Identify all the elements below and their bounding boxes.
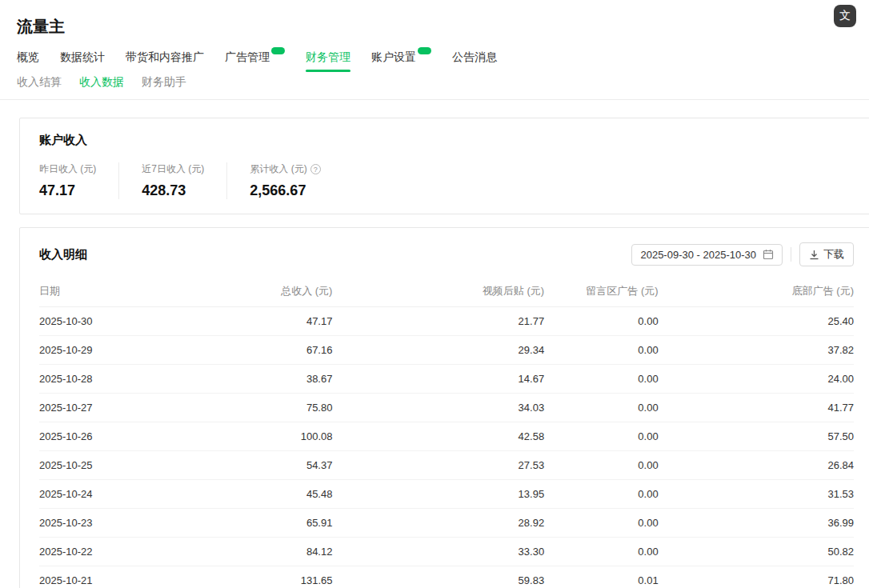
value-cell: 25.40 xyxy=(659,307,854,336)
value-cell: 0.00 xyxy=(544,509,659,538)
value-cell: 21.77 xyxy=(332,307,544,336)
promo-badge xyxy=(418,47,431,54)
subtab-income-settlement[interactable]: 收入结算 xyxy=(17,75,62,90)
download-button[interactable]: 下载 xyxy=(799,242,854,266)
value-cell: 47.17 xyxy=(178,307,332,336)
value-cell: 0.01 xyxy=(544,566,659,588)
date-range-picker[interactable]: 2025-09-30 - 2025-10-30 xyxy=(631,244,783,266)
income-detail-card: 收入明细 2025-09-30 - 2025-10-30 下载 xyxy=(19,227,869,588)
date-cell: 2025-10-21 xyxy=(39,566,178,588)
value-cell: 37.82 xyxy=(659,336,854,365)
date-cell: 2025-10-22 xyxy=(39,538,178,566)
date-cell: 2025-10-29 xyxy=(39,336,178,365)
table-row: 2025-10-21131.6559.830.0171.80 xyxy=(39,566,854,588)
stat-block: 累计收入 (元)?2,566.67 xyxy=(226,162,342,199)
value-cell: 75.80 xyxy=(178,394,332,422)
tab-ad-management[interactable]: 广告管理 xyxy=(225,50,285,72)
tab-finance-management[interactable]: 财务管理 xyxy=(306,50,350,72)
value-cell: 0.00 xyxy=(544,451,659,480)
column-header: 视频后贴 (元) xyxy=(332,276,544,307)
value-cell: 71.80 xyxy=(659,566,854,588)
value-cell: 67.16 xyxy=(178,336,332,365)
tab-commerce-content-promo[interactable]: 带货和内容推广 xyxy=(126,50,204,72)
value-cell: 131.65 xyxy=(178,566,332,588)
tab-label: 概览 xyxy=(17,50,39,65)
table-row: 2025-10-2838.6714.670.0024.00 xyxy=(39,365,854,394)
tab-label: 公告消息 xyxy=(452,50,497,65)
value-cell: 0.00 xyxy=(544,307,659,336)
value-cell: 26.84 xyxy=(659,451,854,480)
tab-label: 数据统计 xyxy=(60,50,105,65)
page-title: 流量主 xyxy=(17,16,869,38)
value-cell: 38.67 xyxy=(178,365,332,394)
stat-value: 428.73 xyxy=(142,182,204,199)
value-cell: 100.08 xyxy=(178,422,332,451)
value-cell: 27.53 xyxy=(332,451,544,480)
table-row: 2025-10-2284.1233.300.0050.82 xyxy=(39,538,854,566)
value-cell: 65.91 xyxy=(178,509,332,538)
table-row: 2025-10-2775.8034.030.0041.77 xyxy=(39,394,854,422)
stat-label: 近7日收入 (元) xyxy=(142,162,204,176)
table-row: 2025-10-2445.4813.950.0031.53 xyxy=(39,480,854,509)
value-cell: 45.48 xyxy=(178,480,332,509)
download-label: 下载 xyxy=(823,247,844,262)
primary-nav: 概览数据统计带货和内容推广广告管理财务管理账户设置公告消息 xyxy=(0,38,869,72)
stat-label: 昨日收入 (元) xyxy=(39,162,96,176)
value-cell: 57.50 xyxy=(659,422,854,451)
date-cell: 2025-10-25 xyxy=(39,451,178,480)
table-row: 2025-10-2365.9128.920.0036.99 xyxy=(39,509,854,538)
stat-value: 47.17 xyxy=(39,182,96,199)
tab-account-settings[interactable]: 账户设置 xyxy=(371,50,431,72)
column-header: 底部广告 (元) xyxy=(659,276,854,307)
table-row: 2025-10-3047.1721.770.0025.40 xyxy=(39,307,854,336)
page-header: 流量主 文 xyxy=(0,0,869,38)
date-cell: 2025-10-28 xyxy=(39,365,178,394)
stat-block: 昨日收入 (元)47.17 xyxy=(39,162,118,199)
tab-data-stats[interactable]: 数据统计 xyxy=(60,50,105,72)
date-cell: 2025-10-23 xyxy=(39,509,178,538)
date-cell: 2025-10-30 xyxy=(39,307,178,336)
table-row: 2025-10-2554.3727.530.0026.84 xyxy=(39,451,854,480)
promo-badge xyxy=(271,47,285,54)
stat-block: 近7日收入 (元)428.73 xyxy=(118,162,226,199)
column-header: 总收入 (元) xyxy=(178,276,332,307)
value-cell: 41.77 xyxy=(659,394,854,422)
date-cell: 2025-10-26 xyxy=(39,422,178,451)
value-cell: 33.30 xyxy=(332,538,544,566)
tab-announcements[interactable]: 公告消息 xyxy=(452,50,497,72)
date-cell: 2025-10-24 xyxy=(39,480,178,509)
account-income-card: 账户收入 昨日收入 (元)47.17近7日收入 (元)428.73累计收入 (元… xyxy=(19,118,869,214)
income-stats: 昨日收入 (元)47.17近7日收入 (元)428.73累计收入 (元)?2,5… xyxy=(39,162,854,199)
value-cell: 42.58 xyxy=(332,422,544,451)
value-cell: 13.95 xyxy=(332,480,544,509)
calendar-icon xyxy=(763,249,774,260)
tab-label: 财务管理 xyxy=(306,50,350,65)
value-cell: 54.37 xyxy=(178,451,332,480)
value-cell: 36.99 xyxy=(659,509,854,538)
value-cell: 24.00 xyxy=(659,365,854,394)
value-cell: 14.67 xyxy=(332,365,544,394)
column-header: 日期 xyxy=(39,276,178,307)
subtab-finance-assistant[interactable]: 财务助手 xyxy=(142,75,186,90)
stat-value: 2,566.67 xyxy=(250,182,320,199)
account-income-title: 账户收入 xyxy=(39,133,854,148)
value-cell: 0.00 xyxy=(544,336,659,365)
value-cell: 28.92 xyxy=(332,509,544,538)
stat-label: 累计收入 (元) xyxy=(250,162,306,176)
value-cell: 84.12 xyxy=(178,538,332,566)
value-cell: 31.53 xyxy=(659,480,854,509)
value-cell: 0.00 xyxy=(544,394,659,422)
value-cell: 0.00 xyxy=(544,365,659,394)
date-range-text: 2025-09-30 - 2025-10-30 xyxy=(640,249,756,261)
value-cell: 0.00 xyxy=(544,422,659,451)
value-cell: 59.83 xyxy=(332,566,544,588)
translate-icon[interactable]: 文 xyxy=(834,5,856,27)
value-cell: 0.00 xyxy=(544,538,659,566)
subtab-income-data[interactable]: 收入数据 xyxy=(79,75,124,90)
value-cell: 50.82 xyxy=(659,538,854,566)
income-table: 日期总收入 (元)视频后贴 (元)留言区广告 (元)底部广告 (元) 2025-… xyxy=(39,276,854,588)
tab-label: 账户设置 xyxy=(371,50,416,65)
date-cell: 2025-10-27 xyxy=(39,394,178,422)
tab-overview[interactable]: 概览 xyxy=(17,50,39,72)
help-icon[interactable]: ? xyxy=(310,164,321,174)
